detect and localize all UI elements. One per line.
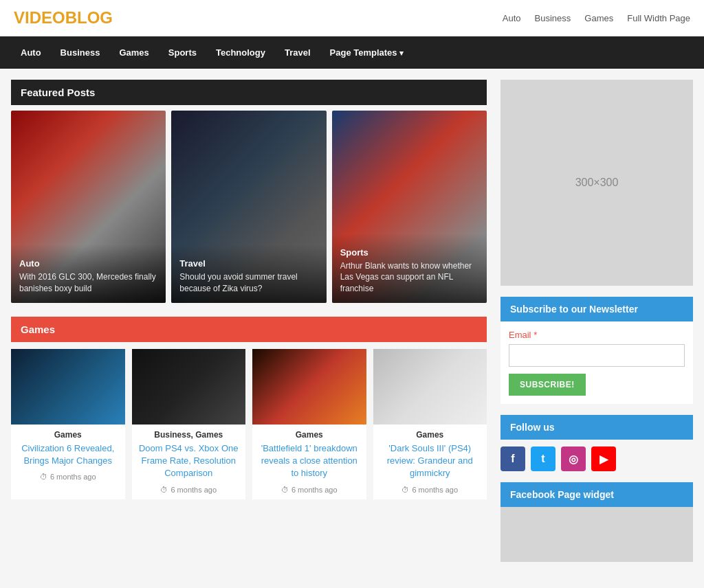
twitter-icon[interactable]: t [531, 446, 556, 471]
featured-posts-title: Featured Posts [21, 87, 95, 98]
top-nav-auto[interactable]: Auto [503, 13, 521, 23]
facebook-widget-title: Facebook Page widget [510, 489, 614, 500]
nav-sports[interactable]: Sports [159, 36, 206, 69]
game-title-2[interactable]: 'Battlefield 1' breakdown reveals a clos… [252, 440, 366, 483]
nav-technology[interactable]: Technology [206, 36, 275, 69]
newsletter-title: Subscribe to our Newsletter [510, 304, 638, 315]
game-time-0: 6 months ago [50, 473, 96, 481]
game-time-2: 6 months ago [292, 486, 338, 494]
email-input[interactable] [509, 344, 685, 367]
follow-widget-header: Follow us [500, 415, 693, 440]
game-meta-1: 6 months ago [132, 483, 246, 499]
clock-icon-3 [402, 486, 409, 494]
game-cat-0: Games [11, 430, 125, 440]
featured-excerpt-sports: Arthur Blank wants to know whether Las V… [340, 260, 478, 295]
game-title-0[interactable]: Civilization 6 Revealed, Brings Major Ch… [11, 440, 125, 470]
featured-cat-sports: Sports [340, 247, 478, 258]
logo-video: VIDEO [14, 8, 65, 27]
required-marker: * [534, 330, 537, 340]
top-header: VIDEOBLOG Auto Business Games Full Width… [0, 0, 704, 36]
featured-item-sports[interactable]: Sports Arthur Blank wants to know whethe… [332, 111, 487, 303]
featured-overlay-travel: Travel Should you avoid summer travel be… [171, 245, 326, 303]
featured-cat-travel: Travel [179, 258, 318, 269]
nav-games[interactable]: Games [109, 36, 158, 69]
clock-icon-1 [160, 486, 168, 494]
youtube-icon[interactable]: ▶ [591, 446, 616, 471]
facebook-widget-body [500, 507, 693, 562]
game-thumb-2 [252, 349, 366, 425]
game-time-3: 6 months ago [412, 486, 458, 494]
game-title-3[interactable]: 'Dark Souls III' (PS4) review: Grandeur … [373, 440, 487, 483]
game-item-1: Business, Games Doom PS4 vs. Xbox One Fr… [132, 349, 246, 499]
top-nav-fullwidth[interactable]: Full Width Page [627, 13, 690, 23]
ad-placeholder-text: 300×300 [575, 177, 619, 189]
ad-placeholder: 300×300 [500, 80, 693, 286]
game-item-0: Games Civilization 6 Revealed, Brings Ma… [11, 349, 125, 499]
nav-auto[interactable]: Auto [11, 36, 51, 69]
featured-posts-section: Featured Posts Auto With 2016 GLC 300, M… [11, 80, 487, 303]
sidebar: 300×300 Subscribe to our Newsletter Emai… [500, 80, 693, 573]
featured-item-travel[interactable]: Travel Should you avoid summer travel be… [171, 111, 326, 303]
game-cat-1: Business, Games [132, 430, 246, 440]
featured-overlay-auto: Auto With 2016 GLC 300, Mercedes finally… [11, 245, 166, 303]
game-item-3: Games 'Dark Souls III' (PS4) review: Gra… [373, 349, 487, 499]
clock-icon-0 [40, 473, 47, 481]
follow-widget: Follow us f t ◎ ▶ [500, 415, 693, 471]
featured-excerpt-auto: With 2016 GLC 300, Mercedes finally bani… [19, 271, 157, 295]
newsletter-widget-header: Subscribe to our Newsletter [500, 297, 693, 321]
game-meta-3: 6 months ago [373, 483, 487, 499]
game-meta-0: 6 months ago [11, 470, 125, 486]
instagram-icon[interactable]: ◎ [561, 446, 586, 471]
games-section-header: Games [11, 317, 487, 342]
social-icons: f t ◎ ▶ [500, 440, 693, 471]
facebook-icon[interactable]: f [500, 446, 525, 471]
nav-business[interactable]: Business [51, 36, 110, 69]
featured-cat-auto: Auto [19, 258, 157, 269]
featured-grid: Auto With 2016 GLC 300, Mercedes finally… [11, 111, 487, 303]
nav-page-templates[interactable]: Page Templates [320, 36, 413, 69]
top-nav-games[interactable]: Games [584, 13, 613, 23]
logo-blog: BLOG [65, 8, 113, 27]
clock-icon-2 [281, 486, 289, 494]
game-title-1[interactable]: Doom PS4 vs. Xbox One Frame Rate, Resolu… [132, 440, 246, 483]
featured-overlay-sports: Sports Arthur Blank wants to know whethe… [332, 234, 487, 303]
main-content: Featured Posts Auto With 2016 GLC 300, M… [11, 80, 487, 573]
page-wrapper: Featured Posts Auto With 2016 GLC 300, M… [0, 69, 704, 584]
site-logo[interactable]: VIDEOBLOG [14, 8, 113, 27]
games-section: Games Games Civilization 6 Revealed, Bri… [11, 317, 487, 499]
top-nav-business[interactable]: Business [535, 13, 571, 23]
email-label: Email * [509, 330, 685, 340]
game-meta-2: 6 months ago [252, 483, 366, 499]
subscribe-button[interactable]: SUBSCRIBE! [509, 374, 586, 396]
game-cat-2: Games [252, 430, 366, 440]
facebook-page-widget: Facebook Page widget [500, 482, 693, 562]
nav-travel[interactable]: Travel [275, 36, 320, 69]
main-nav: Auto Business Games Sports Technology Tr… [0, 36, 704, 69]
game-thumb-0 [11, 349, 125, 425]
game-item-2: Games 'Battlefield 1' breakdown reveals … [252, 349, 366, 499]
game-thumb-1 [132, 349, 246, 425]
game-time-1: 6 months ago [170, 486, 217, 494]
game-cat-3: Games [373, 430, 487, 440]
top-nav: Auto Business Games Full Width Page [503, 13, 690, 23]
featured-posts-header: Featured Posts [11, 80, 487, 105]
nav-page-templates-dropdown[interactable]: Page Templates [320, 36, 413, 69]
facebook-widget-header: Facebook Page widget [500, 482, 693, 507]
featured-item-auto[interactable]: Auto With 2016 GLC 300, Mercedes finally… [11, 111, 166, 303]
games-section-title: Games [21, 324, 55, 335]
newsletter-widget-body: Email * SUBSCRIBE! [500, 321, 693, 404]
newsletter-widget: Subscribe to our Newsletter Email * SUBS… [500, 297, 693, 404]
game-thumb-3 [373, 349, 487, 425]
follow-title: Follow us [510, 422, 555, 433]
games-grid: Games Civilization 6 Revealed, Brings Ma… [11, 349, 487, 499]
featured-excerpt-travel: Should you avoid summer travel because o… [179, 271, 318, 295]
